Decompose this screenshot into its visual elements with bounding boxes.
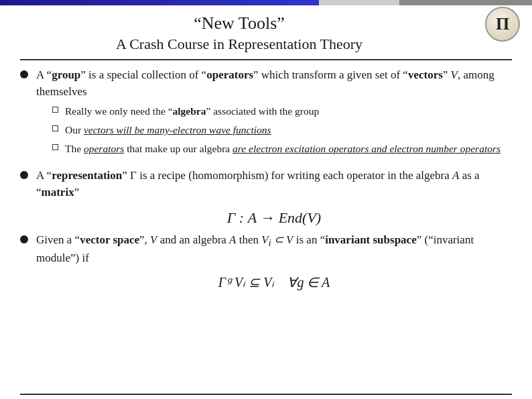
- sub-bullet-text-1: Really we only need the “algebra” associ…: [65, 104, 319, 119]
- content-area: A “group” is a special collection of “op…: [20, 67, 512, 386]
- bold-matrix: matrix: [42, 186, 74, 198]
- bold-algebra: algebra: [173, 105, 206, 117]
- bullet-text-2: A “representation” Γ is a recipe (homomo…: [36, 168, 512, 201]
- math-a: A: [452, 169, 459, 182]
- bullet-text-1: A “group” is a special collection of “op…: [36, 67, 512, 160]
- bold-representation: representation: [52, 169, 122, 182]
- logo-area: Π: [485, 7, 520, 42]
- italic-underline-excitation: are electron excitation operators and el…: [232, 143, 501, 154]
- math-v: V: [451, 68, 458, 81]
- slide-title-line2: A Crash Course in Representation Theory: [0, 35, 478, 54]
- sub-bullet-item-1: Really we only need the “algebra” associ…: [52, 104, 512, 119]
- bullet-dot-1: [20, 70, 28, 78]
- bottom-decorative-bar: [20, 394, 512, 395]
- sub-bullet-square-2: [52, 125, 58, 131]
- bullet-dot-3: [20, 235, 28, 243]
- logo-circle: Π: [485, 7, 520, 42]
- slide-title-line1: “New Tools”: [0, 12, 478, 35]
- bullet-item-3: Given a “vector space”, V and an algebra…: [20, 232, 512, 267]
- math-vi-subset: Vi ⊂ V: [261, 233, 293, 246]
- sub-bullet-item-2: Our vectors will be many-electron wave f…: [52, 123, 512, 137]
- title-section: “New Tools” A Crash Course in Representa…: [0, 12, 478, 54]
- logo-pi-symbol: Π: [496, 15, 509, 33]
- sub-bullet-text-3: The operators that make up our algebra a…: [65, 141, 501, 156]
- bold-operators: operators: [206, 68, 253, 81]
- italic-underline-operators: operators: [84, 143, 124, 154]
- bold-group: group: [52, 68, 80, 81]
- math-a2: A: [229, 233, 236, 246]
- bullet-item-2: A “representation” Γ is a recipe (homomo…: [20, 168, 512, 201]
- bold-vector-space: vector space: [80, 233, 139, 246]
- math-v2: V: [150, 233, 157, 246]
- bullet-text-3: Given a “vector space”, V and an algebra…: [36, 232, 512, 267]
- bullet-dot-2: [20, 171, 28, 179]
- bold-vectors: vectors: [408, 68, 443, 81]
- sub-bullet-square-1: [52, 107, 58, 113]
- math-formula-2: Γᵍ Vᵢ ⊆ Vᵢ ∀g ∈ A: [36, 274, 512, 290]
- sub-bullet-text-2: Our vectors will be many-electron wave f…: [65, 123, 271, 137]
- math-formula-1: Γ : A → End(V): [36, 209, 512, 227]
- sub-bullets-1: Really we only need the “algebra” associ…: [52, 104, 512, 156]
- bold-invariant-subspace: invariant subspace: [325, 233, 417, 246]
- title-divider: [20, 59, 512, 60]
- italic-underline-vectors: vectors will be many-electron wave funct…: [84, 124, 271, 135]
- top-decorative-bar: [0, 0, 532, 5]
- sub-bullet-square-3: [52, 144, 58, 150]
- sub-bullet-item-3: The operators that make up our algebra a…: [52, 141, 512, 156]
- bullet-item-1: A “group” is a special collection of “op…: [20, 67, 512, 160]
